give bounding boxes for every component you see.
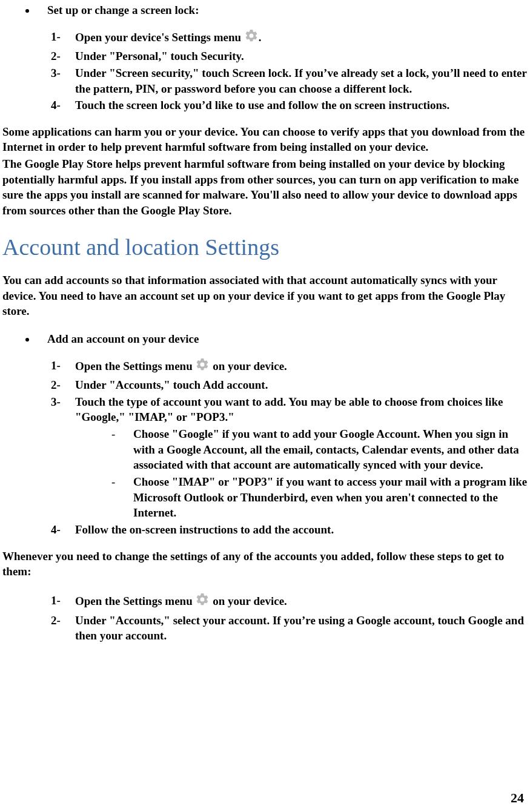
section-heading: Account and location Settings: [2, 232, 528, 263]
screen-lock-bullet: Set up or change a screen lock:: [2, 2, 528, 18]
harm-paragraph-1: Some applications can harm you or your d…: [2, 124, 528, 155]
screen-lock-steps: Open your device's Settings menu . Under…: [2, 29, 528, 113]
add-account-sublist: Choose "Google" if you want to add your …: [75, 426, 528, 521]
screen-lock-heading: Set up or change a screen lock:: [36, 2, 528, 18]
change-intro: Whenever you need to change the settings…: [2, 549, 528, 579]
add-account-step-1: Open the Settings menu on your device.: [51, 358, 528, 377]
sub-item-imap: Choose "IMAP" or "POP3" if you want to a…: [111, 474, 528, 521]
change-step-2: Under "Accounts," select your account. I…: [51, 613, 528, 644]
harm-paragraph-2: The Google Play Store helps prevent harm…: [2, 156, 528, 219]
screen-lock-step-1: Open your device's Settings menu .: [51, 29, 528, 48]
screen-lock-step-2: Under "Personal," touch Security.: [51, 48, 528, 64]
step-text-pre: Open the Settings menu: [75, 359, 195, 372]
add-account-step-3: Touch the type of account you want to ad…: [51, 394, 528, 521]
step-text-post: on your device.: [210, 359, 287, 372]
gear-icon: [195, 357, 210, 376]
add-account-step-2: Under "Accounts," touch Add account.: [51, 377, 528, 393]
add-account-bullet: Add an account on your device: [2, 331, 528, 347]
step-text-post: .: [259, 30, 262, 43]
step-text-post: on your device.: [210, 595, 287, 607]
sub-item-google: Choose "Google" if you want to add your …: [111, 426, 528, 473]
gear-icon: [244, 28, 259, 47]
step-text-pre: Open the Settings menu: [75, 595, 195, 607]
step-text: Touch the type of account you want to ad…: [75, 395, 503, 424]
add-account-steps: Open the Settings menu on your device. U…: [2, 358, 528, 538]
change-steps: Open the Settings menu on your device. U…: [2, 593, 528, 644]
change-step-1: Open the Settings menu on your device.: [51, 593, 528, 612]
add-account-heading: Add an account on your device: [36, 331, 528, 347]
gear-icon: [195, 592, 210, 611]
accounts-intro: You can add accounts so that information…: [2, 272, 528, 319]
screen-lock-step-4: Touch the screen lock you’d like to use …: [51, 97, 528, 113]
screen-lock-step-3: Under "Screen security," touch Screen lo…: [51, 65, 528, 96]
add-account-step-4: Follow the on-screen instructions to add…: [51, 522, 528, 538]
step-text-pre: Open your device's Settings menu: [75, 30, 244, 43]
